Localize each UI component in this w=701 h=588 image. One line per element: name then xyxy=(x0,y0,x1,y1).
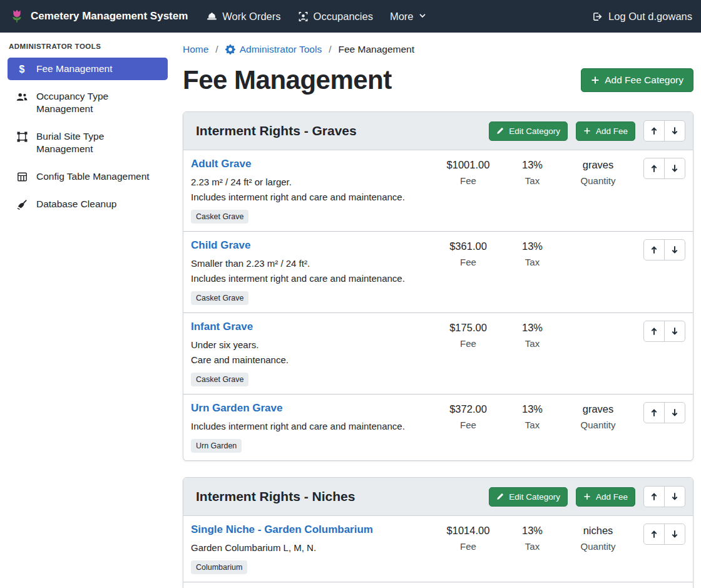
fee-reorder-group xyxy=(643,239,685,260)
nav-work-orders-label: Work Orders xyxy=(222,11,280,23)
move-category-up-button[interactable] xyxy=(643,120,665,142)
fee-name-link[interactable]: Urn Garden Grave xyxy=(191,402,282,415)
sidebar: Administrator Tools $ Fee Management Occ… xyxy=(0,33,175,588)
fee-row: Adult Grave 2.23 m² / 24 ft² or larger. … xyxy=(183,150,693,232)
breadcrumb-admin-tools-label: Administrator Tools xyxy=(240,44,322,55)
sidebar-item-fee-management[interactable]: $ Fee Management xyxy=(8,58,168,80)
main-nav: Work Orders Occupancies More xyxy=(207,11,426,23)
move-fee-up-button[interactable] xyxy=(643,158,665,179)
logout-link[interactable]: Log Out d.gowans xyxy=(592,11,692,23)
fee-list: Single Niche - Garden Columbarium Garden… xyxy=(183,516,693,588)
hard-hat-icon xyxy=(207,11,217,22)
broom-icon xyxy=(16,198,28,210)
fee-row: Child Grave Smaller than 2.23 m² / 24 ft… xyxy=(183,232,693,313)
arrow-up-icon xyxy=(650,408,658,417)
fee-row: Urn Garden Grave Includes interment righ… xyxy=(183,395,693,460)
edit-category-button[interactable]: Edit Category xyxy=(489,487,568,507)
category-title: Interment Rights - Niches xyxy=(196,489,355,504)
move-fee-up-button[interactable] xyxy=(643,321,665,342)
move-fee-down-button[interactable] xyxy=(664,402,685,423)
arrow-down-icon xyxy=(670,327,679,336)
move-fee-down-button[interactable] xyxy=(664,239,685,260)
dollar-icon: $ xyxy=(16,63,28,75)
fee-type-badge: Casket Grave xyxy=(191,210,248,224)
fee-name-link[interactable]: Child Grave xyxy=(191,239,250,252)
move-fee-down-button[interactable] xyxy=(664,158,685,179)
add-fee-category-button[interactable]: Add Fee Category xyxy=(581,68,693,92)
fee-label: Fee xyxy=(434,338,503,349)
fee-description: Smaller than 2.23 m² / 24 ft². xyxy=(191,256,434,271)
fee-label: Fee xyxy=(434,541,503,552)
move-category-up-button[interactable] xyxy=(643,486,665,507)
plus-icon xyxy=(591,76,600,85)
move-fee-down-button[interactable] xyxy=(664,524,685,545)
sidebar-item-label: Occupancy Type Management xyxy=(36,90,160,115)
tax-label: Tax xyxy=(503,338,562,349)
quantity-unit: graves xyxy=(562,403,634,415)
plus-icon xyxy=(583,127,591,135)
nav-more[interactable]: More xyxy=(390,11,426,23)
main-content: Home / Administrator Tools / Fee Managem… xyxy=(175,33,701,588)
arrow-down-icon xyxy=(670,164,679,173)
move-fee-down-button[interactable] xyxy=(664,321,685,342)
person-badge-icon xyxy=(298,11,309,22)
sidebar-item-config-table-management[interactable]: Config Table Management xyxy=(8,165,168,188)
move-fee-up-button[interactable] xyxy=(643,402,665,423)
sidebar-heading: Administrator Tools xyxy=(9,43,166,50)
arrow-down-icon xyxy=(670,126,679,135)
category-header: Interment Rights - Niches Edit Category … xyxy=(183,478,693,516)
move-fee-up-button[interactable] xyxy=(643,239,665,260)
sidebar-item-burial-site-type-management[interactable]: Burial Site Type Management xyxy=(8,125,168,160)
fee-row: Infant Grave Under six years. Care and m… xyxy=(183,313,693,395)
fee-name-link[interactable]: Single Niche - Garden Columbarium xyxy=(191,524,373,536)
fee-name-link[interactable]: Infant Grave xyxy=(191,321,253,333)
sidebar-item-label: Burial Site Type Management xyxy=(36,130,160,155)
category-actions: Edit Category Add Fee xyxy=(489,120,685,142)
pencil-icon xyxy=(496,127,504,135)
page-title: Fee Management xyxy=(183,65,392,95)
fee-name-link[interactable]: Adult Grave xyxy=(191,158,251,170)
category-title: Interment Rights - Graves xyxy=(196,123,357,138)
tax-label: Tax xyxy=(503,175,562,186)
arrow-up-icon xyxy=(650,327,658,336)
users-icon xyxy=(16,90,28,103)
fee-type-badge: Columbarium xyxy=(191,560,247,574)
move-category-down-button[interactable] xyxy=(664,120,685,142)
nav-work-orders[interactable]: Work Orders xyxy=(207,11,280,23)
edit-category-button[interactable]: Edit Category xyxy=(489,121,568,141)
fee-description: Care and maintenance. xyxy=(191,353,434,368)
page-head: Fee Management Add Fee Category xyxy=(183,65,693,95)
breadcrumb-administrator-tools[interactable]: Administrator Tools xyxy=(225,44,322,55)
quantity-label: Quantity xyxy=(562,175,634,186)
brand-link[interactable]: Cemetery Management System xyxy=(9,8,188,24)
sidebar-item-label: Database Cleanup xyxy=(36,198,116,210)
add-fee-label: Add Fee xyxy=(596,492,628,502)
fee-description: Includes interment right and care and ma… xyxy=(191,271,434,286)
top-navbar: Cemetery Management System Work Orders xyxy=(0,0,701,33)
tax-label: Tax xyxy=(503,257,562,267)
nav-occupancies[interactable]: Occupancies xyxy=(298,11,373,23)
arrow-down-icon xyxy=(670,245,679,254)
move-fee-up-button[interactable] xyxy=(643,524,665,545)
tax-amount: 13% xyxy=(503,525,562,537)
breadcrumb-current: Fee Management xyxy=(339,44,415,55)
fee-label: Fee xyxy=(434,257,503,267)
fee-reorder-group xyxy=(643,158,685,179)
brand-title: Cemetery Management System xyxy=(31,10,188,23)
category-card-graves: Interment Rights - Graves Edit Category … xyxy=(183,111,693,461)
add-fee-button[interactable]: Add Fee xyxy=(576,121,635,141)
category-reorder-group xyxy=(643,486,685,507)
sidebar-item-label: Fee Management xyxy=(36,63,113,75)
quantity-label: Quantity xyxy=(562,420,634,430)
sidebar-item-database-cleanup[interactable]: Database Cleanup xyxy=(8,193,168,215)
arrow-up-icon xyxy=(650,245,658,254)
fee-type-badge: Casket Grave xyxy=(191,291,248,305)
tax-label: Tax xyxy=(503,420,562,430)
add-fee-button[interactable]: Add Fee xyxy=(576,487,635,507)
tax-amount: 13% xyxy=(503,322,562,334)
breadcrumb-home[interactable]: Home xyxy=(183,44,208,55)
arrow-up-icon xyxy=(650,530,658,539)
sidebar-item-occupancy-type-management[interactable]: Occupancy Type Management xyxy=(8,85,168,120)
move-category-down-button[interactable] xyxy=(664,486,685,507)
tax-amount: 13% xyxy=(503,240,562,252)
